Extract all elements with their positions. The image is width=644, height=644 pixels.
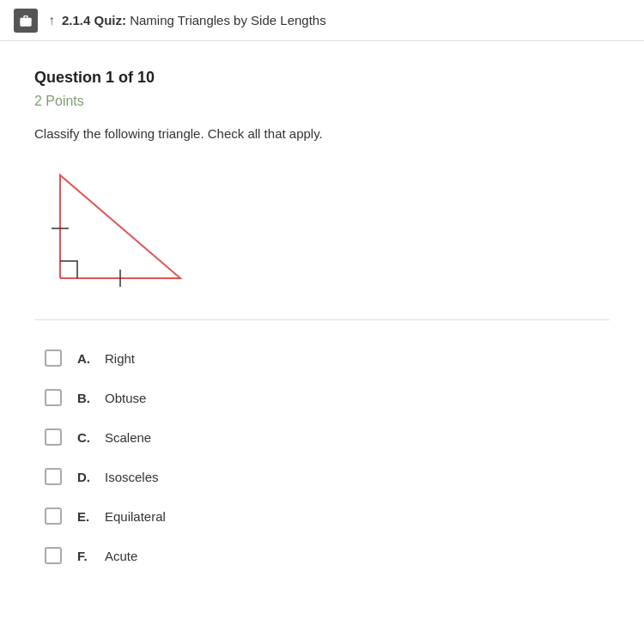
top-bar-title: 2.1.4 Quiz: Naming Triangles by Side Len…: [62, 13, 326, 27]
divider: [34, 319, 610, 320]
answer-text-0: Right: [105, 351, 135, 366]
quiz-name: Naming Triangles by Side Lengths: [126, 13, 326, 27]
question-header: Question 1 of 10: [34, 69, 610, 87]
answer-text-5: Acute: [105, 549, 137, 563]
answer-item-c[interactable]: C.Scalene: [34, 420, 610, 454]
briefcase-icon: [14, 9, 38, 33]
answer-item-b[interactable]: B.Obtuse: [34, 380, 610, 415]
answer-text-4: Equilateral: [105, 509, 166, 524]
checkbox-c[interactable]: [45, 428, 62, 446]
main-content: Question 1 of 10 2 Points Classify the f…: [0, 41, 644, 644]
triangle-diagram: [34, 158, 610, 299]
checkbox-a[interactable]: [45, 349, 62, 367]
answer-item-e[interactable]: E.Equilateral: [34, 499, 610, 533]
answer-item-a[interactable]: A.Right: [34, 341, 610, 375]
answer-letter-3: D.: [77, 470, 98, 484]
quiz-id: 2.1.4 Quiz:: [62, 13, 126, 27]
answer-text-1: Obtuse: [105, 391, 146, 405]
answer-list: A.RightB.ObtuseC.ScaleneD.IsoscelesE.Equ…: [34, 341, 610, 573]
answer-letter-5: F.: [77, 549, 98, 563]
points-label: 2 Points: [34, 94, 610, 109]
triangle-svg: [34, 158, 206, 295]
answer-letter-4: E.: [77, 509, 98, 524]
checkbox-d[interactable]: [45, 468, 62, 485]
answer-letter-0: A.: [77, 351, 98, 366]
answer-letter-1: B.: [77, 391, 98, 405]
answer-item-f[interactable]: F.Acute: [34, 538, 610, 573]
top-bar: ↑ 2.1.4 Quiz: Naming Triangles by Side L…: [0, 0, 644, 41]
answer-text-3: Isosceles: [105, 470, 159, 484]
answer-text-2: Scalene: [105, 430, 151, 445]
question-text: Classify the following triangle. Check a…: [34, 126, 610, 141]
checkbox-f[interactable]: [45, 547, 62, 564]
breadcrumb-arrow: ↑: [48, 13, 55, 28]
checkbox-e[interactable]: [45, 507, 62, 525]
answer-letter-2: C.: [77, 430, 98, 445]
answer-item-d[interactable]: D.Isosceles: [34, 459, 610, 494]
checkbox-b[interactable]: [45, 389, 62, 406]
